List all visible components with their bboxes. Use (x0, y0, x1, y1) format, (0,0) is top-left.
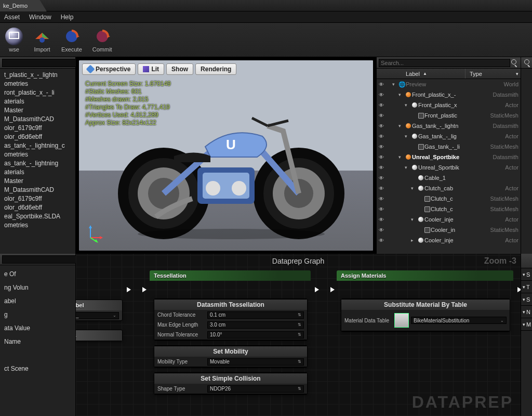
filter-item[interactable]: g (1, 308, 74, 321)
show-button[interactable]: Show (166, 63, 193, 75)
node-set-collision[interactable]: Set Simple Collision Shape TypeNDOP26⇅ (154, 372, 308, 395)
expand-icon[interactable]: ▾ (392, 82, 398, 87)
outliner-row[interactable]: Clutch_cStaticMesh (377, 193, 521, 204)
tree-item[interactable]: as_tank_-_lightning_c (1, 141, 74, 150)
visibility-eye-icon[interactable] (377, 102, 386, 108)
tree-item[interactable]: olor_6179c9ff (1, 194, 74, 203)
filter-search-input[interactable] (2, 255, 78, 264)
exec-pin-icon[interactable] (517, 287, 521, 292)
expand-icon[interactable]: ▾ (405, 102, 411, 108)
outliner-row[interactable]: ▾🌐PreviewWorld (377, 79, 521, 89)
filter-item[interactable] (1, 348, 74, 362)
tree-item[interactable]: M_DatasmithCAD (1, 186, 74, 194)
filter-item[interactable]: ng Volun (1, 281, 74, 294)
asset-tree[interactable]: t_plastic_x_-_lightnometriesront_plastic… (0, 69, 75, 254)
tree-item[interactable]: M_DatasmithCAD (1, 115, 74, 124)
visibility-eye-icon[interactable] (377, 81, 386, 87)
tree-item[interactable]: Master (1, 177, 74, 186)
node-actor-label[interactable]: tor Label $2306_⌄ (76, 300, 123, 321)
visibility-eye-icon[interactable] (377, 164, 386, 171)
filter-item[interactable]: e Of (1, 267, 74, 281)
outliner-row[interactable]: ▾Gas_tank_-_lightnDatasmith (377, 121, 521, 131)
filter-item[interactable]: Name (1, 335, 74, 348)
lit-button[interactable]: Lit (138, 63, 164, 75)
outliner-search-input[interactable] (379, 59, 510, 67)
outliner-row[interactable]: Cable_1 (377, 173, 521, 183)
window-tab[interactable]: ke_Demo (0, 0, 47, 11)
outliner-row[interactable]: Clutch_cStaticMesh (377, 204, 521, 214)
commit-button[interactable]: Commit (92, 28, 112, 53)
axis-gizmo[interactable] (85, 224, 104, 244)
node-assign-materials-header[interactable]: Assign Materials (337, 270, 513, 282)
outliner-row[interactable]: ▾Cooler_injeActor (377, 214, 521, 225)
tree-item[interactable]: eal_Sportbike.SLDA (1, 212, 74, 221)
visibility-eye-icon[interactable] (377, 185, 386, 191)
exec-pin-icon[interactable] (315, 287, 319, 292)
tree-item[interactable]: ometries (1, 150, 74, 159)
outliner-row[interactable]: ▾Unreal_SportbikActor (377, 162, 521, 173)
outliner-row[interactable]: ▾Unreal_SportbikeDatasmith (377, 152, 521, 162)
expand-icon[interactable]: ▾ (411, 217, 417, 222)
prop-value[interactable]: BikeMaterialSubstitution (414, 318, 469, 323)
node-substitute-material[interactable]: Substitute Material By Table Material Da… (341, 298, 510, 332)
asset-search-input[interactable] (2, 59, 78, 67)
tree-item[interactable]: aterials (1, 97, 74, 106)
outliner-row[interactable]: Front_plasticStaticMesh (377, 110, 521, 121)
execute-button[interactable]: Execute (61, 28, 82, 53)
browse-button[interactable]: wse (5, 28, 23, 53)
prop-value[interactable]: Movable⇅ (207, 358, 304, 366)
perspective-button[interactable]: Perspective (82, 63, 136, 75)
menu-asset[interactable]: Asset (4, 14, 20, 21)
search-icon[interactable] (524, 59, 530, 67)
prop-value[interactable]: 0.1 cm⇅ (207, 311, 304, 319)
import-button[interactable]: Import (33, 28, 51, 53)
node-datasmith-tessellation[interactable]: Datasmith Tessellation Chord Tolerance0.… (154, 298, 308, 341)
outliner-row[interactable]: ▾Gas_tank_-_ligActor (377, 131, 521, 141)
tree-item[interactable]: olor_d6d6ebff (1, 133, 74, 141)
expand-icon[interactable]: ▾ (405, 134, 411, 139)
tree-item[interactable]: t_plastic_x_-_lightn (1, 71, 74, 80)
visibility-eye-icon[interactable] (377, 123, 386, 129)
visibility-eye-icon[interactable] (377, 216, 386, 223)
tree-item[interactable]: olor_6179c9ff (1, 124, 74, 133)
exec-pin-icon[interactable] (127, 287, 131, 292)
filter-item[interactable]: abel (1, 294, 74, 308)
expand-icon[interactable]: ▾ (405, 165, 411, 170)
outliner-row[interactable]: Cooler_inStaticMesh (377, 225, 521, 235)
header-label[interactable]: Label (406, 71, 420, 77)
side-section[interactable]: ▾M (521, 318, 532, 331)
prop-value[interactable]: NDOP26⇅ (207, 385, 304, 393)
menu-help[interactable]: Help (61, 14, 74, 21)
filter-item[interactable]: ata Value (1, 321, 74, 335)
tree-item[interactable]: ometries (1, 221, 74, 230)
tree-item[interactable]: olor_d6d6ebff (1, 203, 74, 212)
filter-list[interactable]: e Ofng Volunabelgata ValueNamect Scene (0, 265, 75, 416)
visibility-eye-icon[interactable] (377, 144, 386, 150)
visibility-eye-icon[interactable] (377, 196, 386, 202)
visibility-eye-icon[interactable] (377, 227, 386, 233)
visibility-eye-icon[interactable] (377, 133, 386, 139)
prop-value[interactable]: 10.0°⇅ (207, 331, 304, 339)
expand-icon[interactable]: ▾ (411, 186, 417, 191)
outliner-tree[interactable]: ▾🌐PreviewWorld▾Front_plastic_x_-Datasmit… (377, 79, 521, 254)
outliner-row[interactable]: ▸Cooler_injeActor (377, 235, 521, 245)
tree-item[interactable]: ront_plastic_x_-_li (1, 88, 74, 97)
visibility-eye-icon[interactable] (377, 206, 386, 212)
visibility-eye-icon[interactable] (377, 112, 386, 119)
outliner-row[interactable]: ▾Front_plastic_xActor (377, 100, 521, 110)
rendering-button[interactable]: Rendering (195, 63, 236, 75)
expand-icon[interactable]: ▾ (398, 154, 405, 160)
side-section[interactable]: ▾T (521, 281, 532, 293)
header-type[interactable]: Type (470, 71, 482, 77)
outliner-row[interactable]: Gas_tank_-_liStaticMesh (377, 141, 521, 152)
visibility-eye-icon[interactable] (377, 154, 386, 160)
material-thumb-icon[interactable] (394, 313, 409, 328)
search-icon[interactable] (511, 59, 518, 67)
node-tessellation-header[interactable]: Tessellation (150, 270, 311, 282)
visibility-eye-icon[interactable] (377, 175, 386, 181)
menu-window[interactable]: Window (29, 14, 51, 21)
side-section[interactable]: ▾N (521, 306, 532, 318)
visibility-eye-icon[interactable] (377, 237, 386, 243)
tree-item[interactable]: ometries (1, 80, 74, 88)
side-section[interactable]: ▾S (521, 293, 532, 306)
